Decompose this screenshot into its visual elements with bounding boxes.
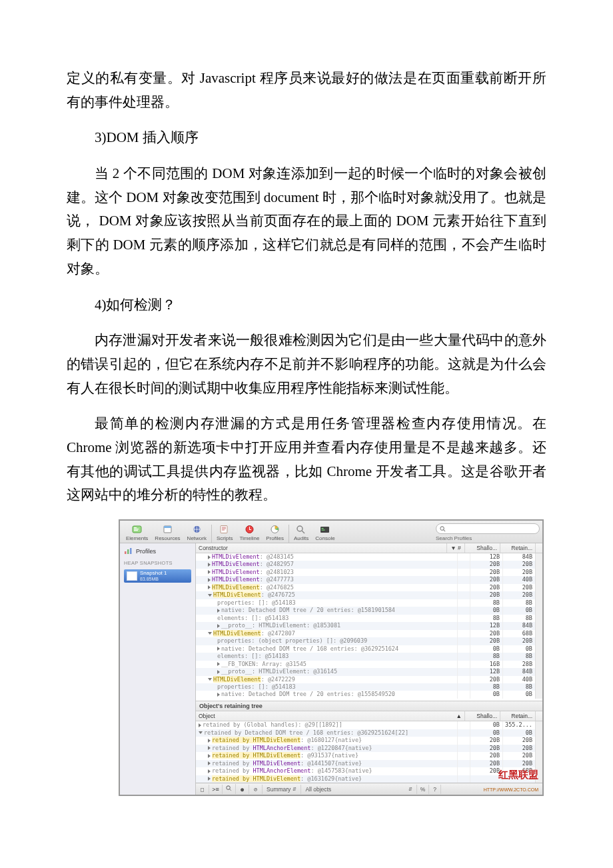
svg-line-18 [444, 529, 445, 531]
tree-row[interactable]: __proto__: HTMLDivElement: @185308112B84… [196, 622, 542, 629]
tree-row[interactable]: elements: []: @5141838B8B [196, 653, 542, 660]
heap-tree[interactable]: HTMLDivElement: @248314512B84BHTMLDivEle… [196, 553, 542, 701]
tree-row[interactable]: HTMLDivElement: @247280720B68B [196, 630, 542, 637]
devtools-screenshot: ElementsResourcesNetworkScriptsTimelineP… [119, 519, 544, 796]
snapshot-title: Snapshot 1 [140, 571, 167, 577]
col-shallow[interactable]: Shallo... [465, 711, 500, 721]
tree-row[interactable]: retained by HTMLAnchorElement: @1220847{… [196, 745, 542, 752]
console-button[interactable]: >≡ [209, 785, 223, 794]
svg-line-23 [230, 789, 231, 791]
svg-point-17 [440, 526, 444, 529]
svg-rect-1 [134, 527, 137, 528]
tree-row[interactable]: elements: []: @5141838B8B [196, 615, 542, 622]
tree-row[interactable]: native: Detached DOM tree / 168 entries:… [196, 645, 542, 653]
retaining-tree-title: Object's retaining tree [196, 701, 542, 711]
tab-elements[interactable]: Elements [123, 522, 151, 543]
tree-row[interactable]: native: Detached DOM tree / 20 entries: … [196, 607, 542, 614]
percent-button[interactable]: % [417, 785, 430, 794]
tree-row[interactable]: retained by Detached DOM tree / 168 entr… [196, 729, 542, 737]
help-button[interactable]: ? [429, 785, 441, 794]
svg-line-13 [302, 531, 305, 533]
svg-rect-2 [134, 529, 139, 529]
svg-rect-7 [221, 525, 227, 533]
sidebar-item-profiles[interactable]: Profiles [120, 546, 195, 556]
tab-audits[interactable]: Audits [291, 522, 312, 543]
tree-row[interactable]: HTMLDivElement: @247682520B20B [196, 584, 542, 591]
tree-row[interactable]: HTMLDivElement: @247777320B40B [196, 576, 542, 583]
svg-point-22 [227, 786, 230, 789]
body-paragraph: 当 2 个不同范围的 DOM 对象连添加到一起的时候一个临时的对象会被创建。这个… [67, 162, 546, 281]
section-heading: 3)DOM 插入顺序 [67, 126, 546, 150]
tree-row[interactable]: retained by HTMLAnchorElement: @1457583{… [196, 767, 542, 775]
col-constructor[interactable]: Constructor [196, 543, 447, 553]
zoom-button[interactable] [223, 784, 236, 794]
tab-icon [244, 523, 255, 535]
retaining-table-header: Object▲ Shallo... Retain... [196, 711, 542, 721]
tree-row[interactable]: properties: (object properties) []: @209… [196, 637, 542, 645]
body-paragraph: 内存泄漏对开发者来说一般很难检测因为它们是由一些大量代码中的意外的错误引起的，但… [67, 329, 546, 400]
snapshot-item[interactable]: Snapshot 1 83.85MB [124, 569, 191, 583]
tree-row[interactable]: HTMLDivElement: @247222920B40B [196, 676, 542, 683]
svg-rect-10 [249, 529, 251, 530]
svg-rect-21 [130, 548, 132, 554]
tree-row[interactable]: HTMLDivElement: @248102320B20B [196, 569, 542, 576]
svg-point-12 [297, 526, 303, 531]
tab-network[interactable]: Network [184, 522, 210, 543]
section-heading: 4)如何检测？ [67, 293, 546, 317]
col-distance[interactable]: ▼ # [447, 543, 465, 553]
svg-rect-20 [127, 549, 129, 554]
tree-row[interactable]: retained by HTMLDivElement: @1680127{nat… [196, 737, 542, 744]
tree-row[interactable]: retained by (Global handles): @29[[1892]… [196, 721, 542, 729]
tab-icon [162, 523, 173, 535]
tree-row[interactable]: __proto__: HTMLDivElement: @31614512B84B [196, 668, 542, 675]
tree-row[interactable]: properties: []: @5141838B8B [196, 683, 542, 691]
devtools-toolbar: ElementsResourcesNetworkScriptsTimelineP… [120, 521, 542, 543]
view-summary-dropdown[interactable]: Summary⇵ [263, 785, 301, 794]
svg-rect-5 [164, 526, 171, 528]
retaining-tree[interactable]: retained by (Global handles): @29[[1892]… [196, 721, 542, 783]
svg-rect-16 [322, 529, 325, 530]
tab-resources[interactable]: Resources [151, 522, 183, 543]
svg-rect-9 [249, 527, 250, 529]
tab-icon [219, 523, 231, 535]
tab-console[interactable]: Console [312, 522, 338, 543]
col-retained[interactable]: Retain... [500, 711, 536, 721]
col-shallow[interactable]: Shallo... [465, 543, 500, 553]
tree-row[interactable]: native: Detached DOM tree / 20 entries: … [196, 691, 542, 698]
record-button[interactable]: ● [236, 785, 249, 794]
tree-row[interactable]: HTMLDivElement: @247672520B20B [196, 591, 542, 599]
body-paragraph: 定义的私有变量。对 Javascript 程序员来说最好的做法是在页面重载前断开… [67, 67, 546, 114]
filter-dropdown[interactable]: All objects⇵ [301, 785, 416, 794]
col-object[interactable]: Object▲ [196, 711, 465, 721]
tree-row[interactable]: __FB_TOKEN: Array: @3154516B28B [196, 661, 542, 668]
clear-button[interactable]: ⊘ [249, 785, 263, 794]
tree-row[interactable]: retained by HTMLDivElement: @1441507{nat… [196, 760, 542, 767]
tab-icon [269, 523, 281, 535]
tab-icon [319, 523, 330, 535]
sidebar-section: HEAP SNAPSHOTS [120, 556, 195, 568]
tab-scripts[interactable]: Scripts [213, 522, 236, 543]
tree-row[interactable]: HTMLDivElement: @248314512B84B [196, 553, 542, 561]
watermark-url: HTTP://WWW.2CTO.COM [484, 787, 538, 792]
search-input[interactable] [436, 523, 540, 534]
tree-row[interactable]: retained by HTMLDivElement: @1631629{nat… [196, 775, 542, 783]
tab-icon [191, 523, 203, 535]
tree-row[interactable]: HTMLDivElement: @248295720B20B [196, 561, 542, 568]
svg-rect-3 [134, 530, 138, 531]
profiles-sidebar: Profiles HEAP SNAPSHOTS Snapshot 1 83.85… [120, 543, 196, 795]
tab-profiles[interactable]: Profiles [263, 522, 287, 543]
dock-button[interactable]: □ [196, 785, 209, 794]
svg-rect-15 [322, 528, 324, 529]
search-icon [440, 526, 446, 532]
watermark-text: 红黑联盟 [498, 769, 538, 781]
tree-row[interactable]: properties: []: @5141838B8B [196, 599, 542, 607]
constructor-table-header: Constructor ▼ # Shallo... Retain... [196, 543, 542, 553]
tree-row[interactable]: retained by HTMLDivElement: @931537{nati… [196, 752, 542, 759]
col-retained[interactable]: Retain... [500, 543, 536, 553]
sidebar-label: Profiles [136, 548, 156, 555]
snapshot-thumb-icon [127, 571, 137, 581]
search-label: Search Profiles [436, 535, 540, 541]
tab-icon [131, 523, 143, 535]
svg-rect-19 [125, 551, 127, 554]
tab-timeline[interactable]: Timeline [236, 522, 263, 543]
